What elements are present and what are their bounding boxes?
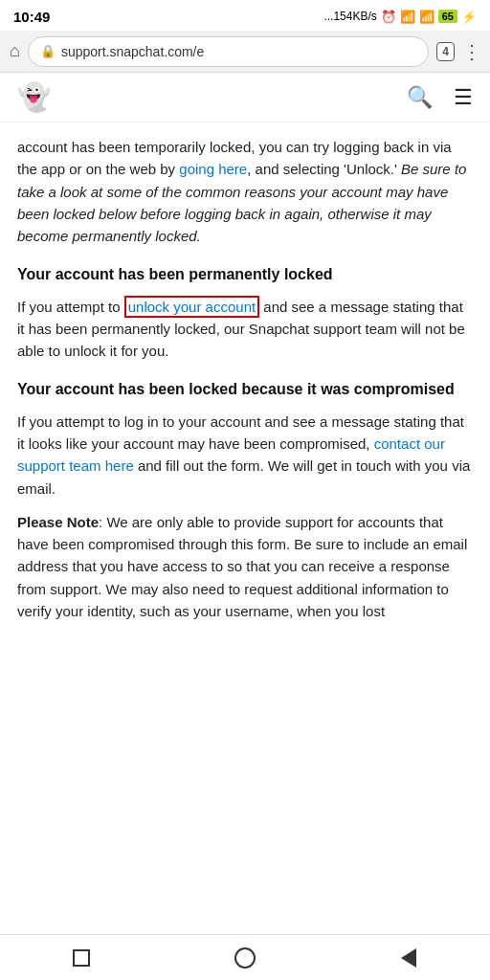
home-button[interactable]: ⌂ xyxy=(10,41,20,61)
section1-heading: Your account has been permanently locked xyxy=(17,264,473,285)
home-circle-icon xyxy=(234,947,256,969)
going-here-link[interactable]: going here xyxy=(179,161,247,177)
section2-paragraph: If you attempt to log in to your account… xyxy=(17,411,473,500)
status-right-icons: ...154KB/s ⏰ 📶 📶 65 ⚡ xyxy=(323,10,477,24)
status-bar: 10:49 ...154KB/s ⏰ 📶 📶 65 ⚡ xyxy=(0,0,490,31)
browser-bar: ⌂ 🔒 support.snapchat.com/e 4 ⋮ xyxy=(0,31,490,73)
page-content: account has been temporarily locked, you… xyxy=(0,122,490,710)
snapchat-navbar: 👻 🔍 ☰ xyxy=(0,73,490,122)
url-text: support.snapchat.com/e xyxy=(61,44,204,59)
tab-count[interactable]: 4 xyxy=(436,42,455,61)
please-note-paragraph: Please Note: We are only able to provide… xyxy=(17,511,473,622)
section1-text1: If you attempt to xyxy=(17,299,124,315)
intro-text-2: , and selecting 'Unlock.' xyxy=(247,161,401,177)
browser-menu-button[interactable]: ⋮ xyxy=(462,40,480,63)
please-note-label: Please Note xyxy=(17,514,99,530)
back-button[interactable] xyxy=(391,945,426,971)
url-bar[interactable]: 🔒 support.snapchat.com/e xyxy=(28,36,429,67)
snapchat-logo: 👻 xyxy=(17,81,51,113)
charging-icon: ⚡ xyxy=(461,10,477,24)
unlock-account-link[interactable]: unlock your account xyxy=(124,296,259,318)
clock-icon: ⏰ xyxy=(381,10,396,24)
status-time: 10:49 xyxy=(13,9,50,25)
network-speed: ...154KB/s xyxy=(323,10,376,23)
signal-icon: 📶 xyxy=(400,10,415,24)
search-icon[interactable]: 🔍 xyxy=(407,85,433,110)
intro-paragraph: account has been temporarily locked, you… xyxy=(17,136,473,247)
section1-paragraph: If you attempt to unlock your account an… xyxy=(17,296,473,363)
wifi-icon: 📶 xyxy=(419,10,434,24)
home-nav-button[interactable] xyxy=(228,945,262,971)
section2-heading: Your account has been locked because it … xyxy=(17,379,473,400)
battery-indicator: 65 xyxy=(438,10,457,23)
lock-icon: 🔒 xyxy=(40,44,56,58)
stop-button[interactable] xyxy=(64,945,99,971)
stop-icon xyxy=(73,949,90,967)
bottom-nav-bar xyxy=(0,934,490,980)
nav-right-buttons: 🔍 ☰ xyxy=(407,85,473,110)
back-triangle-icon xyxy=(401,948,416,968)
menu-icon[interactable]: ☰ xyxy=(454,85,473,110)
